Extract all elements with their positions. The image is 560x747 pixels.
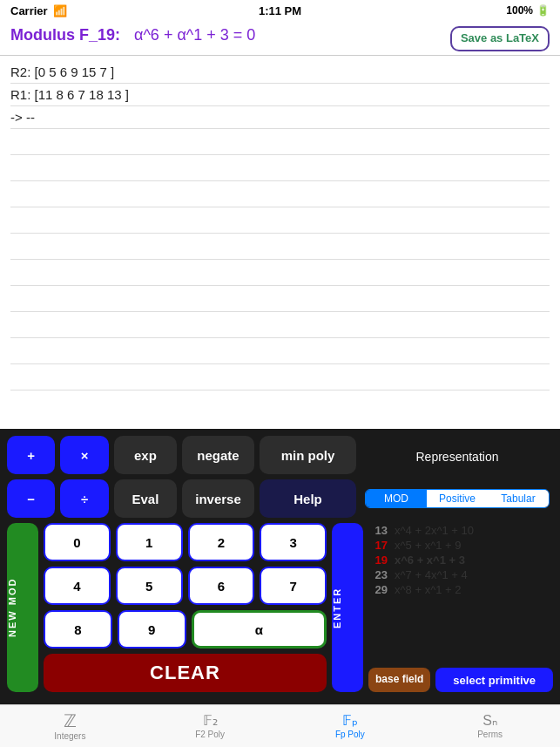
blank-line-3 (10, 181, 550, 207)
exp-button[interactable]: exp (114, 436, 177, 474)
rep-row-0: 13 x^4 + 2x^1 + 10 (368, 523, 553, 538)
keypad-section: + × exp negate min poly Representation −… (0, 429, 560, 704)
output-line-arrow: -> -- (10, 106, 550, 129)
rep-tab-mod[interactable]: MOD (366, 490, 427, 507)
blank-line-5 (10, 234, 550, 260)
numpad-grid: 0 1 2 3 4 5 6 7 8 9 α CLEAR (44, 523, 327, 692)
header-spacer: Representation (361, 446, 553, 464)
blank-line-9 (10, 338, 550, 364)
minpoly-button[interactable]: min poly (260, 436, 356, 474)
help-button[interactable]: Help (260, 479, 356, 518)
status-carrier: Carrier 📶 (10, 4, 67, 17)
eval-button[interactable]: Eval (114, 479, 177, 518)
rep-list: 13 x^4 + 2x^1 + 10 17 x^5 + x^1 + 9 19 x… (368, 523, 553, 597)
blank-line-2 (10, 155, 550, 181)
base-field-button[interactable]: base field (368, 668, 430, 692)
perms-label: Perms (477, 730, 503, 739)
key-3[interactable]: 3 (260, 523, 327, 561)
blank-line-10 (10, 364, 550, 390)
tab-perms[interactable]: Sₙ Perms (420, 705, 560, 747)
select-primitive-button[interactable]: select primitive (435, 668, 553, 692)
status-bar: Carrier 📶 1:11 PM 100% 🔋 (0, 0, 560, 21)
f2poly-icon: 𝔽₂ (203, 714, 218, 728)
rep-expr-0: x^4 + 2x^1 + 10 (395, 524, 474, 537)
tab-integers[interactable]: ℤ Integers (0, 705, 140, 747)
rep-tab-tabular[interactable]: Tabular (488, 490, 549, 507)
rep-row-2: 19 x^6 + x^1 + 3 (368, 553, 553, 567)
rep-row-3: 23 x^7 + 4x^1 + 4 (368, 567, 553, 582)
clear-row: CLEAR (44, 654, 327, 692)
bottom-rep-buttons: base field select primitive (368, 668, 553, 692)
status-time: 1:11 PM (259, 4, 301, 17)
numpad-section: NEW MOD 0 1 2 3 4 5 6 7 8 9 α (7, 523, 553, 692)
battery-icon: 🔋 (536, 4, 550, 17)
carrier-text: Carrier (10, 4, 48, 17)
enter-button[interactable]: ENTER (332, 523, 363, 692)
fppoly-icon: 𝔽ₚ (342, 714, 358, 728)
output-line-r1: R1: [11 8 6 7 18 13 ] (10, 84, 550, 106)
rep-num-1: 17 (368, 539, 388, 552)
rep-expr-1: x^5 + x^1 + 9 (395, 539, 462, 552)
rep-row-1: 17 x^5 + x^1 + 9 (368, 538, 553, 553)
key-5[interactable]: 5 (116, 567, 183, 605)
integers-label: Integers (54, 731, 85, 741)
blank-line-1 (10, 129, 550, 155)
minus-button[interactable]: − (7, 479, 55, 518)
rep-tab-positive[interactable]: Positive (427, 490, 488, 507)
wifi-icon: 📶 (53, 4, 67, 17)
numpad-row-1: 4 5 6 7 (44, 567, 327, 605)
rep-num-2: 19 (368, 553, 388, 567)
save-latex-button[interactable]: Save as LaTeX (450, 26, 550, 51)
representation-title: Representation (361, 446, 553, 464)
blank-line-4 (10, 207, 550, 234)
rep-num-4: 29 (368, 583, 388, 596)
tab-fppoly[interactable]: 𝔽ₚ Fp Poly (280, 705, 421, 747)
multiply-button[interactable]: × (60, 436, 108, 474)
modulus-label: Modulus F_19: (10, 26, 120, 44)
negate-button[interactable]: negate (182, 436, 254, 474)
rep-row-4: 29 x^8 + x^1 + 2 (368, 582, 553, 597)
keypad-row-2: − ÷ Eval inverse Help MOD Positive Tabul… (7, 479, 553, 518)
numpad-row-2: 8 9 α (44, 610, 327, 649)
header-equation: Modulus F_19: α^6 + α^1 + 3 = 0 (10, 26, 255, 44)
clear-button[interactable]: CLEAR (44, 654, 327, 692)
numpad-row-0: 0 1 2 3 (44, 523, 327, 561)
key-6[interactable]: 6 (188, 567, 255, 605)
rep-num-0: 13 (368, 524, 388, 537)
bottom-tabs: ℤ Integers 𝔽₂ F2 Poly 𝔽ₚ Fp Poly Sₙ Perm… (0, 704, 560, 747)
equation-text: α^6 + α^1 + 3 = 0 (134, 26, 255, 44)
tab-f2poly[interactable]: 𝔽₂ F2 Poly (140, 705, 280, 747)
rep-panel: 13 x^4 + 2x^1 + 10 17 x^5 + x^1 + 9 19 x… (368, 523, 553, 692)
rep-expr-3: x^7 + 4x^1 + 4 (395, 568, 468, 581)
rep-num-3: 23 (368, 568, 388, 581)
perms-icon: Sₙ (482, 714, 497, 728)
key-4[interactable]: 4 (44, 567, 111, 605)
rep-tabs-container: MOD Positive Tabular (361, 489, 553, 508)
key-8[interactable]: 8 (44, 610, 112, 649)
battery-text: 100% (506, 4, 533, 17)
key-9[interactable]: 9 (118, 610, 186, 649)
key-0[interactable]: 0 (44, 523, 111, 561)
key-alpha[interactable]: α (192, 610, 327, 649)
header-row: Modulus F_19: α^6 + α^1 + 3 = 0 Save as … (0, 21, 560, 56)
rep-tabs: MOD Positive Tabular (365, 489, 550, 508)
f2poly-label: F2 Poly (195, 730, 225, 739)
key-7[interactable]: 7 (260, 567, 327, 605)
keypad-row-1: + × exp negate min poly Representation (7, 436, 553, 474)
fppoly-label: Fp Poly (335, 730, 365, 739)
output-line-r2: R2: [0 5 6 9 15 7 ] (10, 61, 550, 84)
key-1[interactable]: 1 (116, 523, 183, 561)
blank-line-6 (10, 260, 550, 286)
status-battery: 100% 🔋 (506, 4, 550, 17)
rep-expr-2: x^6 + x^1 + 3 (395, 553, 465, 567)
divide-button[interactable]: ÷ (60, 479, 108, 518)
rep-expr-4: x^8 + x^1 + 2 (395, 583, 462, 596)
new-mod-button[interactable]: NEW MOD (7, 523, 38, 692)
blank-line-8 (10, 312, 550, 338)
plus-button[interactable]: + (7, 436, 55, 474)
blank-line-7 (10, 286, 550, 312)
inverse-button[interactable]: inverse (182, 479, 254, 518)
integers-icon: ℤ (64, 712, 77, 730)
key-2[interactable]: 2 (188, 523, 255, 561)
